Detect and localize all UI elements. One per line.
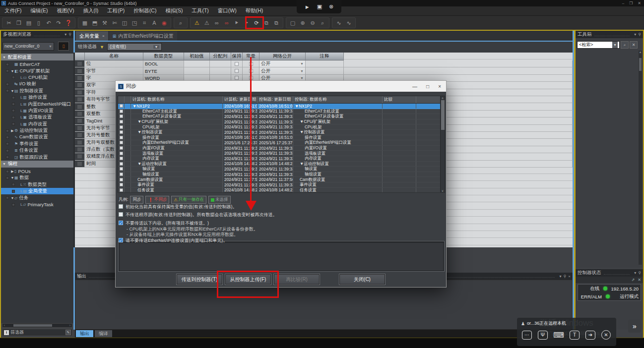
table-row[interactable]: 位BOOL公开▼ (75, 60, 573, 67)
sidebar-item-CPU/扩展机架[interactable]: ▼◧CPU/扩展机架 (1, 67, 73, 74)
pc-data-name[interactable]: 任务设置 (131, 188, 223, 193)
sidebar-item-运动控制设置[interactable]: ▶⚙运动控制设置 (1, 127, 73, 134)
row-checkbox[interactable] (120, 110, 123, 113)
window-layout-icon[interactable]: ⬒ (90, 18, 100, 28)
sidebar-item-Cam数据设置[interactable]: ∿Cam数据设置 (1, 134, 73, 140)
row-select-cell[interactable] (118, 146, 125, 151)
table-row[interactable]: 字节BYTE公开▼ (75, 67, 573, 74)
tree-expand-icon[interactable]: ▼ (10, 69, 14, 73)
group-filter-dropdown[interactable]: (没有组)▼ (107, 43, 162, 51)
sidebar-item-数据[interactable]: ▼▦数据 (1, 174, 73, 181)
controller-data-name[interactable]: 选项板设置 (293, 151, 383, 156)
dialog-maximize-button[interactable]: □ (426, 84, 429, 89)
sidebar-item-数据类型[interactable]: L⁙数据类型 (1, 181, 73, 188)
row-handle[interactable] (75, 67, 85, 74)
row-handle[interactable] (75, 103, 85, 110)
filter-edit-icon[interactable]: ✎ (65, 330, 71, 335)
sync-column-header[interactable]: 计算机: 更新日期 (223, 96, 258, 103)
tree-expand-icon[interactable]: ▶ (10, 129, 14, 133)
row-select-cell[interactable] (118, 119, 125, 124)
row-handle[interactable] (75, 75, 85, 82)
monitor-icon[interactable]: ◫ (120, 18, 129, 28)
pc-data-name[interactable]: Cam数据设置 (131, 177, 223, 182)
menu-S[interactable]: 模拟(S) (161, 6, 187, 15)
pc-data-name[interactable]: CPU机架 (131, 124, 223, 129)
row-select-cell[interactable] (118, 140, 125, 145)
expand-chevron-button[interactable]: » (628, 320, 641, 333)
tree-expand-icon[interactable]: ▼ (10, 196, 14, 200)
row-handle[interactable] (75, 153, 85, 160)
sync-table-row[interactable]: ▼运动控制设置2024/10/8 14:48:212024/10/8 14:48… (118, 162, 445, 167)
row-checkbox[interactable] (120, 104, 123, 108)
sync-column-header[interactable]: 控制器: 更新日期 (258, 96, 293, 103)
help-icon[interactable]: ❓ (64, 18, 73, 28)
menu-H[interactable]: 帮助(H) (241, 6, 268, 15)
menu-C[interactable]: 控制器(C) (129, 6, 161, 15)
row-handle[interactable] (75, 139, 85, 146)
search-all-icon[interactable]: A (149, 18, 159, 28)
sidebar-item-CPU机架[interactable]: L▭CPU机架 (1, 74, 73, 81)
row-checkbox[interactable] (120, 136, 123, 139)
variable-table-icon[interactable]: ⌕ (176, 18, 186, 28)
popout-icon[interactable]: ⇗ (632, 278, 635, 282)
cell-network-publish[interactable]: 公开▼ (259, 67, 306, 74)
paste-icon[interactable]: ▤ (24, 18, 34, 28)
cell-data-type[interactable]: BOOL (143, 60, 184, 67)
sync-table-row[interactable]: 操作设置2024/10/8 16:51:022024/10/8 16:51:02… (118, 135, 445, 141)
menu-E[interactable]: 编辑(E) (26, 6, 52, 15)
sync-column-header[interactable]: 控制器: 数据名称 (293, 96, 383, 103)
row-handle[interactable] (75, 146, 85, 153)
row-select-cell[interactable] (118, 188, 125, 193)
row-handle[interactable] (75, 111, 85, 117)
sidebar-item-全局变量[interactable]: L▤全局变量 (1, 188, 73, 194)
row-select-cell[interactable] (118, 177, 125, 182)
sync-table-row[interactable]: ▼CPU/扩展机架2024/9/21 11:39:332024/9/21 11:… (118, 119, 445, 125)
cell-retain[interactable] (231, 67, 243, 74)
row-select-cell[interactable] (118, 114, 125, 119)
row-select-cell[interactable] (118, 172, 125, 177)
sidebar-item-事件设置[interactable]: ⚑事件设置 (1, 141, 73, 147)
sync-table-row[interactable]: CPU机架2024/9/21 11:39:332024/9/21 11:39:3… (118, 124, 445, 130)
check-all-icon[interactable]: ⚠ (202, 18, 212, 28)
row-select-cell[interactable] (118, 151, 125, 156)
zoom-out-icon[interactable]: ⊖ (308, 18, 318, 28)
row-checkbox[interactable] (120, 188, 123, 192)
row-checkbox[interactable] (120, 178, 123, 181)
transfer-upload-icon[interactable]: ⧉ (271, 18, 281, 28)
chevron-down-icon[interactable]: ▼ (300, 62, 304, 65)
sync-table-row[interactable]: EtherCAT主机设置2024/9/21 11:39:332024/9/21 … (118, 109, 445, 115)
menu-F[interactable]: 文件(F) (0, 6, 26, 15)
pc-data-name[interactable]: 选项板设置 (131, 151, 223, 156)
row-checkbox[interactable] (120, 125, 123, 129)
row-select-cell[interactable] (118, 156, 125, 161)
pc-data-name[interactable]: ▼控制器设置 (131, 130, 223, 135)
sidebar-item-内置I/O设置[interactable]: L▦内置I/O设置 (1, 108, 73, 114)
panel-pin-icon[interactable]: ⚲ (638, 32, 641, 37)
sync-column-header[interactable]: 计算机: 数据名称 (131, 96, 223, 103)
controller-data-name[interactable]: Cam数据设置 (293, 177, 383, 182)
controller-data-name[interactable]: EtherCAT主机设置 (293, 109, 383, 114)
tab-全局变量[interactable]: 全局变量× (76, 31, 108, 41)
sync-table-row[interactable]: 轴组设置2024/9/21 11:39:332024/9/21 11:39:33… (118, 172, 445, 177)
sidebar-item-内置EtherNet/IP端口[interactable]: L⊞内置EtherNet/IP端口 (1, 101, 73, 107)
maximize-button[interactable]: ❒ (629, 1, 633, 5)
column-header-数据类型[interactable]: 数据类型 (143, 53, 184, 60)
row-checkbox[interactable] (120, 167, 123, 171)
sidebar-item-控制器设置[interactable]: ▼▤控制器设置 (1, 88, 73, 94)
column-header-初始值[interactable]: 初始值 (184, 53, 210, 60)
panel-pin-icon[interactable]: ⚲ (563, 274, 566, 279)
row-checkbox[interactable] (120, 146, 123, 150)
row-checkbox[interactable] (120, 130, 123, 134)
dialog-minimize-button[interactable]: — (412, 84, 417, 89)
row-select-cell[interactable] (118, 109, 125, 114)
button-关闭[interactable]: 关闭(C) (339, 274, 385, 285)
row-select-cell[interactable] (118, 135, 125, 140)
row-checkbox[interactable] (120, 162, 123, 166)
sync-table-row[interactable]: Cam数据设置2024/9/21 11:37:562024/9/21 11:37… (118, 177, 445, 182)
row-handle[interactable] (75, 60, 85, 67)
chat-icon[interactable]: ⋯ (522, 331, 532, 340)
cell-name[interactable]: 字节 (85, 67, 143, 74)
controller-data-name[interactable]: 轴设置 (293, 167, 383, 172)
row-handle[interactable] (75, 117, 85, 124)
sidebar-item-内存设置[interactable]: L▦内存设置 (1, 121, 73, 127)
